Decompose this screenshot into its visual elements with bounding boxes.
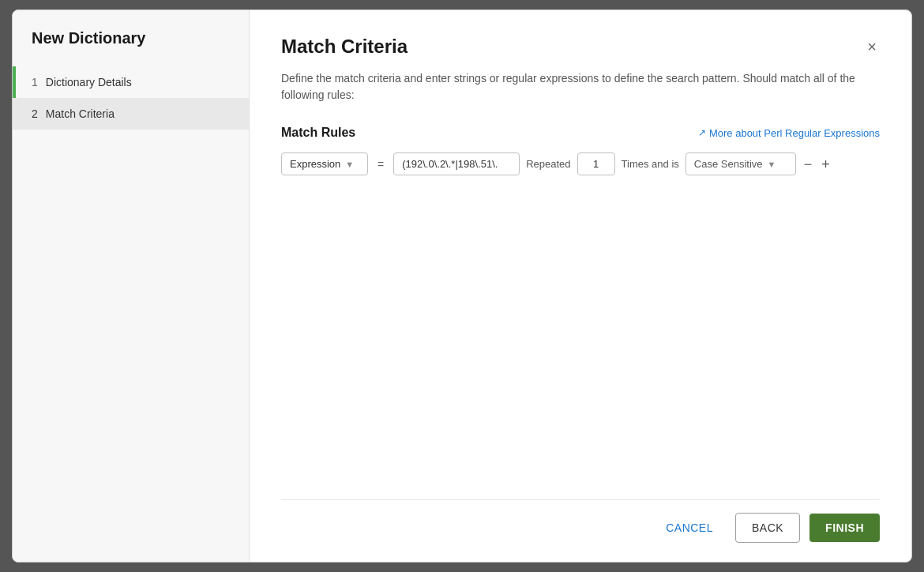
case-sensitive-label: Case Sensitive	[694, 158, 763, 170]
expression-type-label: Expression	[290, 158, 340, 170]
sidebar-item-match-criteria[interactable]: 2 Match Criteria	[13, 98, 249, 130]
step1-num: 1	[32, 76, 38, 88]
finish-button[interactable]: FINISH	[809, 514, 880, 542]
chevron-down-icon: ▼	[345, 160, 354, 169]
expression-type-dropdown[interactable]: Expression ▼	[281, 152, 368, 175]
case-sensitive-dropdown[interactable]: Case Sensitive ▼	[685, 152, 796, 175]
match-rules-title: Match Rules	[281, 126, 355, 140]
description-text: Define the match criteria and enter stri…	[281, 70, 880, 103]
external-link-icon: ↗	[698, 127, 706, 138]
remove-rule-button[interactable]: −	[802, 156, 814, 173]
add-rule-button[interactable]: +	[820, 156, 832, 173]
sidebar: New Dictionary 1 Dictionary Details 2 Ma…	[13, 10, 250, 562]
match-rules-section: Match Rules ↗ More about Perl Regular Ex…	[281, 126, 880, 499]
cancel-button[interactable]: CANCEL	[653, 514, 726, 542]
chevron-down-icon-2: ▼	[768, 160, 776, 169]
back-button[interactable]: BACK	[735, 513, 800, 543]
page-title: Match Criteria	[281, 36, 408, 58]
sidebar-item-dictionary-details[interactable]: 1 Dictionary Details	[13, 66, 249, 98]
equals-sign: =	[374, 158, 387, 171]
perl-link-text: More about Perl Regular Expressions	[709, 127, 880, 139]
step1-label: Dictionary Details	[46, 76, 132, 88]
close-button[interactable]: ×	[864, 36, 880, 58]
new-dictionary-dialog: New Dictionary 1 Dictionary Details 2 Ma…	[12, 9, 912, 563]
times-input[interactable]	[577, 152, 615, 175]
rule-row: Expression ▼ = Repeated Times and is Cas…	[281, 152, 880, 175]
times-and-is-label: Times and is	[622, 158, 679, 170]
footer: CANCEL BACK FINISH	[281, 499, 880, 543]
main-content: Match Criteria × Define the match criter…	[250, 10, 911, 562]
step2-label: Match Criteria	[46, 107, 115, 120]
repeated-label: Repeated	[526, 158, 570, 170]
perl-regular-expressions-link[interactable]: ↗ More about Perl Regular Expressions	[698, 127, 880, 139]
main-header: Match Criteria ×	[281, 36, 880, 58]
sidebar-title: New Dictionary	[13, 29, 249, 66]
expression-input[interactable]	[393, 152, 520, 175]
match-rules-header: Match Rules ↗ More about Perl Regular Ex…	[281, 126, 880, 140]
step2-num: 2	[32, 107, 38, 120]
